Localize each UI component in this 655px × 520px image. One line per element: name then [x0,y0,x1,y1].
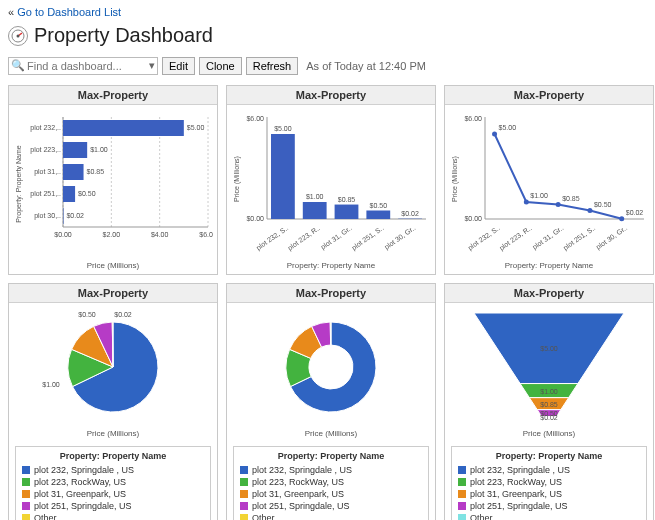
dashboard-search[interactable]: 🔍 ▾ [8,57,158,75]
svg-text:$0.50: $0.50 [78,311,96,318]
legend: Property: Property Nameplot 232, Springd… [233,446,429,520]
legend-item: plot 251, Springdale, US [22,500,204,512]
legend: Property: Property Nameplot 232, Springd… [451,446,647,520]
dashboard-grid: Max-Property Property: Property Name$0.0… [0,85,655,520]
svg-text:$2.00: $2.00 [103,231,121,238]
legend-swatch [22,514,30,520]
x-axis-label: Property: Property Name [231,261,431,270]
legend-swatch [240,466,248,474]
legend-swatch [458,502,466,510]
svg-text:plot 223, R..: plot 223, R.. [498,224,534,252]
legend-item: plot 232, Springdale , US [240,464,422,476]
svg-text:$1.00: $1.00 [90,146,108,153]
legend-label: Other [470,512,493,520]
donut-chart: Price (Millions) [227,303,435,442]
search-icon: 🔍 [11,59,25,72]
svg-text:$0.85: $0.85 [540,401,558,408]
svg-rect-22 [63,186,75,202]
svg-text:plot 30, Gr..: plot 30, Gr.. [383,224,417,251]
svg-rect-16 [63,142,87,158]
legend-swatch [458,478,466,486]
legend-label: plot 251, Springdale, US [252,500,350,512]
svg-text:plot 223, R..: plot 223, R.. [286,224,322,252]
legend-label: plot 223, RockWay, US [34,476,126,488]
legend-item: plot 31, Greenpark, US [22,488,204,500]
svg-text:$0.85: $0.85 [562,195,580,202]
x-axis-label: Property: Property Name [449,261,649,270]
svg-text:$1.00: $1.00 [530,192,548,199]
svg-text:$0.50: $0.50 [594,201,612,208]
svg-text:$1.00: $1.00 [540,388,558,395]
line-chart: Price (Millions)$0.00$6.00$5.00plot 232,… [445,105,653,274]
hbar-chart: Property: Property Name$0.00$2.00$4.00$6… [9,105,217,274]
svg-text:$0.02: $0.02 [401,210,419,217]
vbar-chart: Price (Millions)$0.00$6.00$5.00plot 232,… [227,105,435,274]
svg-text:$0.50: $0.50 [78,190,96,197]
legend-swatch [458,490,466,498]
svg-text:$0.85: $0.85 [338,196,356,203]
panel-hbar: Max-Property Property: Property Name$0.0… [8,85,218,275]
legend-label: Other [34,512,57,520]
svg-text:$6.00: $6.00 [246,115,264,122]
legend-item: plot 232, Springdale , US [22,464,204,476]
legend-item: Other [458,512,640,520]
legend-item: plot 223, RockWay, US [22,476,204,488]
pie-chart: $0.50$0.02$1.00 Price (Millions) [9,303,217,442]
toolbar: 🔍 ▾ Edit Clone Refresh As of Today at 12… [0,57,655,85]
svg-rect-13 [63,120,184,136]
clone-button[interactable]: Clone [199,57,242,75]
svg-text:plot 232, S..: plot 232, S.. [466,224,501,252]
svg-rect-33 [271,134,295,219]
legend-label: plot 223, RockWay, US [252,476,344,488]
search-input[interactable] [8,57,158,75]
panel-title: Max-Property [227,284,435,303]
svg-text:Price (Millions): Price (Millions) [233,156,241,202]
legend-swatch [22,466,30,474]
svg-text:plot 31,..: plot 31,.. [34,168,61,176]
legend-swatch [22,502,30,510]
panel-title: Max-Property [9,86,217,105]
panel-line: Max-Property Price (Millions)$0.00$6.00$… [444,85,654,275]
legend-label: plot 31, Greenpark, US [470,488,562,500]
legend-label: plot 232, Springdale , US [252,464,352,476]
svg-text:plot 31, Gr..: plot 31, Gr.. [319,224,353,251]
svg-text:$5.00: $5.00 [540,345,558,352]
svg-text:plot 251, S..: plot 251, S.. [562,224,597,252]
edit-button[interactable]: Edit [162,57,195,75]
page-header: Property Dashboard [0,20,655,57]
svg-text:$0.02: $0.02 [114,311,132,318]
legend-title: Property: Property Name [458,451,640,461]
legend-label: plot 232, Springdale , US [34,464,134,476]
svg-text:$0.00: $0.00 [246,215,264,222]
svg-text:$4.00: $4.00 [151,231,169,238]
dashboard-icon [8,26,28,46]
legend-item: Other [22,512,204,520]
svg-text:$6.00: $6.00 [199,231,213,238]
legend-item: plot 223, RockWay, US [458,476,640,488]
refresh-button[interactable]: Refresh [246,57,299,75]
svg-text:$0.02: $0.02 [626,209,644,216]
svg-text:plot 232,..: plot 232,.. [30,124,61,132]
svg-point-1 [17,34,20,37]
chevron-down-icon[interactable]: ▾ [149,59,155,72]
svg-text:$5.00: $5.00 [274,125,292,132]
legend-swatch [22,490,30,498]
legend-swatch [240,514,248,520]
svg-rect-36 [303,202,327,219]
legend-item: plot 232, Springdale , US [458,464,640,476]
legend-item: plot 31, Greenpark, US [458,488,640,500]
svg-rect-19 [63,164,84,180]
svg-text:$6.00: $6.00 [464,115,482,122]
panel-title: Max-Property [445,284,653,303]
legend-item: plot 31, Greenpark, US [240,488,422,500]
legend-swatch [458,514,466,520]
svg-text:$0.00: $0.00 [54,231,72,238]
panel-donut: Max-Property Price (Millions) Property: … [226,283,436,520]
legend-label: plot 232, Springdale , US [470,464,570,476]
svg-text:$0.02: $0.02 [66,212,84,219]
as-of-label: As of Today at 12:40 PM [306,60,426,72]
legend: Property: Property Nameplot 232, Springd… [15,446,211,520]
legend-label: plot 31, Greenpark, US [252,488,344,500]
legend-title: Property: Property Name [240,451,422,461]
back-link[interactable]: Go to Dashboard List [17,6,121,18]
